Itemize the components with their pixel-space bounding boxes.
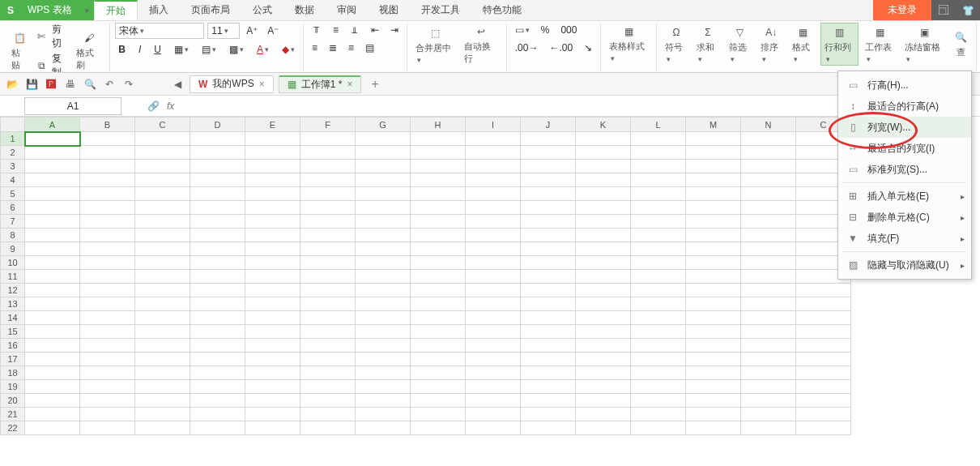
cell-K17[interactable]	[576, 353, 631, 366]
cell-F19[interactable]	[300, 380, 356, 394]
cell-I22[interactable]	[466, 421, 521, 435]
menu-insert-cells[interactable]: ⊞插入单元格(E)▸	[838, 186, 971, 207]
cell-J3[interactable]	[521, 160, 576, 173]
cell-E18[interactable]	[245, 366, 300, 380]
cell-F2[interactable]	[300, 146, 356, 160]
cell-H5[interactable]	[411, 187, 466, 201]
cell-H22[interactable]	[411, 421, 466, 435]
cell-N2[interactable]	[741, 146, 796, 160]
cell-M9[interactable]	[686, 242, 741, 256]
cell-K21[interactable]	[576, 408, 631, 421]
cell-I16[interactable]	[466, 339, 521, 353]
col-header-J[interactable]: J	[521, 118, 576, 132]
cell-A5[interactable]	[25, 187, 80, 201]
cell-N19[interactable]	[741, 380, 796, 394]
close-tab-icon[interactable]: ×	[259, 79, 265, 90]
cell-E5[interactable]	[245, 187, 300, 201]
row-header-19[interactable]: 19	[1, 380, 25, 394]
cell-B13[interactable]	[80, 297, 135, 311]
cell-N6[interactable]	[741, 201, 796, 215]
cell-K13[interactable]	[576, 297, 631, 311]
cell-K10[interactable]	[576, 256, 631, 270]
cell-C21[interactable]	[135, 408, 190, 421]
cell-D19[interactable]	[190, 380, 245, 394]
symbol-button[interactable]: Ω符号▾	[662, 24, 690, 65]
align-middle-button[interactable]: ≡	[330, 23, 342, 37]
bold-button[interactable]: B	[115, 42, 129, 57]
cell-J7[interactable]	[521, 215, 576, 229]
cell-M7[interactable]	[686, 215, 741, 229]
cell-C18[interactable]	[796, 366, 851, 380]
cell-L10[interactable]	[631, 256, 686, 270]
cell-J9[interactable]	[521, 242, 576, 256]
cell-C17[interactable]	[796, 353, 851, 366]
cell-M12[interactable]	[686, 284, 741, 297]
cell-H12[interactable]	[411, 284, 466, 297]
print-icon[interactable]: 🖶	[63, 77, 78, 92]
col-header-M[interactable]: M	[686, 118, 741, 132]
cell-J18[interactable]	[521, 366, 576, 380]
cell-E7[interactable]	[245, 215, 300, 229]
menu-fill[interactable]: ▼填充(F)▸	[838, 228, 971, 249]
cell-G6[interactable]	[356, 201, 411, 215]
undo-icon[interactable]: ↶	[102, 77, 117, 92]
cell-H17[interactable]	[411, 353, 466, 366]
cell-D14[interactable]	[190, 311, 245, 325]
cell-F14[interactable]	[300, 311, 356, 325]
cell-G10[interactable]	[356, 256, 411, 270]
cell-L17[interactable]	[631, 353, 686, 366]
sum-button[interactable]: Σ求和▾	[693, 24, 722, 65]
cell-C1[interactable]	[135, 132, 190, 146]
cell-B6[interactable]	[80, 201, 135, 215]
cell-B10[interactable]	[80, 256, 135, 270]
tab-home[interactable]: 开始	[94, 0, 138, 20]
cell-I3[interactable]	[466, 160, 521, 173]
align-center-button[interactable]: ≣	[326, 41, 340, 55]
cell-J15[interactable]	[521, 325, 576, 339]
cell-C14[interactable]	[796, 311, 851, 325]
filter-button[interactable]: ▽筛选▾	[726, 24, 754, 65]
row-header-9[interactable]: 9	[1, 242, 25, 256]
cell-E20[interactable]	[245, 394, 300, 408]
cell-M17[interactable]	[686, 353, 741, 366]
cell-G22[interactable]	[356, 421, 411, 435]
cell-L2[interactable]	[631, 146, 686, 160]
cell-G20[interactable]	[356, 394, 411, 408]
cell-L8[interactable]	[631, 229, 686, 242]
cell-A16[interactable]	[25, 339, 80, 353]
open-icon[interactable]: 📂	[5, 77, 19, 92]
cell-K18[interactable]	[576, 366, 631, 380]
merge-center-button[interactable]: ⬚ 合并居中▾	[412, 24, 458, 66]
cell-K20[interactable]	[576, 394, 631, 408]
cell-F9[interactable]	[300, 242, 356, 256]
doc-tab-workbook1[interactable]: ▦ 工作簿1 * ×	[279, 75, 362, 93]
cell-I1[interactable]	[466, 132, 521, 146]
cell-E2[interactable]	[245, 146, 300, 160]
pdf-icon[interactable]: 🅿	[44, 77, 58, 92]
cell-N5[interactable]	[741, 187, 796, 201]
cell-C5[interactable]	[135, 187, 190, 201]
cell-D11[interactable]	[190, 270, 245, 284]
cell-H1[interactable]	[411, 132, 466, 146]
cell-C18[interactable]	[135, 366, 190, 380]
cell-D16[interactable]	[190, 339, 245, 353]
cell-B20[interactable]	[80, 394, 135, 408]
cell-H20[interactable]	[411, 394, 466, 408]
cell-J19[interactable]	[521, 380, 576, 394]
cell-L22[interactable]	[631, 421, 686, 435]
row-header-5[interactable]: 5	[1, 187, 25, 201]
cell-C22[interactable]	[796, 421, 851, 435]
row-header-17[interactable]: 17	[1, 353, 25, 366]
cell-L5[interactable]	[631, 187, 686, 201]
cell-G2[interactable]	[356, 146, 411, 160]
cell-L9[interactable]	[631, 242, 686, 256]
wrap-text-button[interactable]: ↩ 自动换行	[461, 23, 501, 66]
cell-K3[interactable]	[576, 160, 631, 173]
cell-K12[interactable]	[576, 284, 631, 297]
cell-B16[interactable]	[80, 339, 135, 353]
cell-A8[interactable]	[25, 229, 80, 242]
cell-N15[interactable]	[741, 325, 796, 339]
row-header-13[interactable]: 13	[1, 297, 25, 311]
cell-J13[interactable]	[521, 297, 576, 311]
cell-F3[interactable]	[300, 160, 356, 173]
